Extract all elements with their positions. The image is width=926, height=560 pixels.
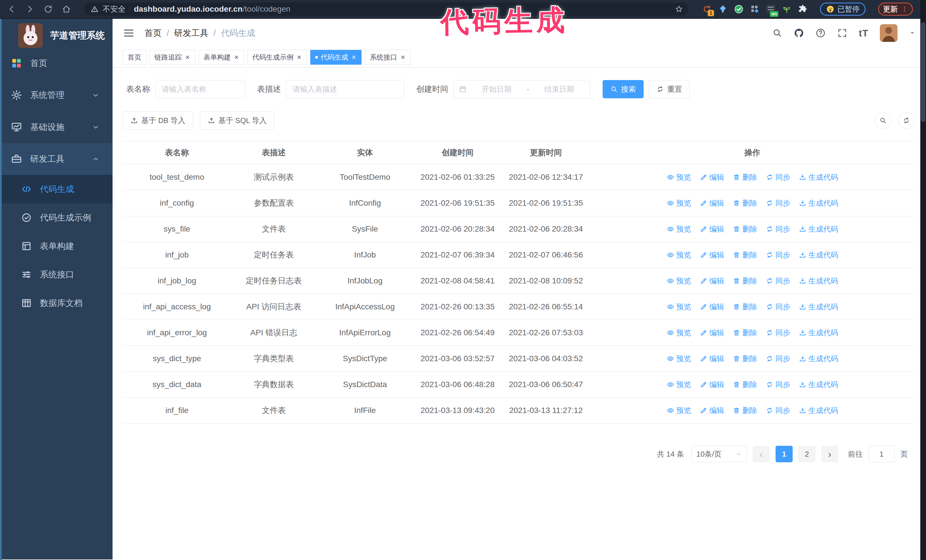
next-page-button[interactable]: ›: [821, 446, 838, 462]
delete-action[interactable]: 删除: [733, 224, 757, 234]
preview-action[interactable]: 预览: [667, 406, 691, 415]
generate-code-action[interactable]: 生成代码: [799, 276, 838, 286]
extension-gem-icon[interactable]: [717, 3, 729, 15]
extension-sprout-icon[interactable]: [781, 3, 793, 15]
scrollbar-thumb[interactable]: [921, 22, 925, 122]
edit-action[interactable]: 编辑: [700, 406, 724, 415]
avatar[interactable]: [880, 24, 897, 42]
delete-action[interactable]: 删除: [733, 302, 757, 312]
sync-action[interactable]: 同步: [766, 250, 790, 260]
chevron-down-icon[interactable]: [909, 30, 916, 36]
preview-action[interactable]: 预览: [667, 224, 691, 234]
sync-action[interactable]: 同步: [766, 172, 790, 182]
edit-action[interactable]: 编辑: [700, 224, 724, 234]
table-name-input[interactable]: [155, 80, 245, 98]
extension-check-icon[interactable]: [733, 3, 745, 15]
delete-action[interactable]: 删除: [733, 172, 757, 182]
sidebar-item-dev-tools[interactable]: 研发工具: [0, 143, 112, 175]
sync-action[interactable]: 同步: [766, 198, 790, 208]
edit-action[interactable]: 编辑: [700, 276, 724, 286]
kebab-menu-icon[interactable]: [901, 6, 908, 12]
forward-icon[interactable]: [25, 4, 35, 14]
page-1-button[interactable]: 1: [776, 446, 793, 462]
reset-button[interactable]: 重置: [649, 80, 690, 98]
edit-action[interactable]: 编辑: [700, 250, 724, 260]
edit-action[interactable]: 编辑: [700, 328, 724, 338]
edit-action[interactable]: 编辑: [700, 302, 724, 312]
import-db-button[interactable]: 基于 DB 导入: [123, 112, 193, 130]
search-button[interactable]: 搜索: [602, 80, 644, 98]
font-size-icon[interactable]: tT: [859, 28, 869, 39]
edit-action[interactable]: 编辑: [700, 380, 724, 389]
update-button[interactable]: 更新: [878, 3, 913, 16]
edit-action[interactable]: 编辑: [700, 354, 724, 364]
breadcrumb-item[interactable]: 首页: [144, 27, 162, 39]
security-warning-icon[interactable]: [91, 5, 98, 13]
tab-0[interactable]: 首页: [123, 50, 146, 65]
page-size-select[interactable]: 10条/页: [691, 446, 747, 462]
delete-action[interactable]: 删除: [733, 406, 757, 415]
preview-action[interactable]: 预览: [667, 172, 691, 182]
preview-action[interactable]: 预览: [667, 380, 691, 389]
paused-badge[interactable]: 已暂停: [820, 3, 865, 16]
sync-action[interactable]: 同步: [766, 224, 790, 234]
preview-action[interactable]: 预览: [667, 250, 691, 260]
import-sql-button[interactable]: 基于 SQL 导入: [200, 112, 275, 130]
delete-action[interactable]: 删除: [733, 250, 757, 260]
sync-action[interactable]: 同步: [766, 328, 790, 338]
delete-action[interactable]: 删除: [733, 380, 757, 389]
prev-page-button[interactable]: ‹: [753, 446, 770, 462]
generate-code-action[interactable]: 生成代码: [799, 198, 838, 208]
generate-code-action[interactable]: 生成代码: [799, 354, 838, 364]
extensions-puzzle-icon[interactable]: [797, 3, 809, 15]
back-icon[interactable]: [7, 4, 17, 14]
extension-circle-arrow-icon[interactable]: 1: [701, 3, 713, 15]
table-desc-input[interactable]: [286, 80, 404, 98]
tab-2[interactable]: 表单构建: [198, 50, 244, 65]
sync-action[interactable]: 同步: [766, 406, 790, 415]
sync-action[interactable]: 同步: [766, 276, 790, 286]
refresh-table-button[interactable]: [898, 112, 915, 129]
sidebar-subitem-db-doc[interactable]: 数据库文档: [0, 289, 112, 317]
sidebar-item-home[interactable]: 首页: [0, 47, 112, 79]
tab-5[interactable]: 系统接口: [365, 50, 410, 65]
page-2-button[interactable]: 2: [798, 446, 816, 462]
delete-action[interactable]: 删除: [733, 276, 757, 286]
tab-3[interactable]: 代码生成示例: [248, 50, 307, 65]
generate-code-action[interactable]: 生成代码: [799, 302, 838, 312]
sidebar-item-infrastructure[interactable]: 基础设施: [0, 111, 112, 143]
generate-code-action[interactable]: 生成代码: [799, 380, 838, 389]
sidebar-header[interactable]: 芋道管理系统: [0, 19, 112, 47]
address-bar[interactable]: 不安全 dashboard.yudao.iocoder.cn/tool/code…: [84, 3, 688, 16]
fullscreen-icon[interactable]: [837, 28, 847, 38]
delete-action[interactable]: 删除: [733, 328, 757, 338]
extension-grid-icon[interactable]: [749, 3, 761, 15]
tab-4[interactable]: 代码生成: [310, 50, 362, 65]
search-icon[interactable]: [772, 28, 782, 38]
extension-tabs-icon[interactable]: on: [765, 3, 777, 15]
preview-action[interactable]: 预览: [667, 276, 691, 286]
close-icon[interactable]: [296, 54, 302, 60]
generate-code-action[interactable]: 生成代码: [799, 250, 838, 260]
sync-action[interactable]: 同步: [766, 354, 790, 364]
goto-page-input[interactable]: [869, 446, 895, 462]
sync-action[interactable]: 同步: [766, 380, 790, 389]
sidebar-subitem-codegen[interactable]: 代码生成: [0, 175, 112, 203]
sidebar-subitem-form-builder[interactable]: 表单构建: [0, 232, 112, 260]
delete-action[interactable]: 删除: [733, 198, 757, 208]
github-icon[interactable]: [794, 28, 804, 38]
hamburger-icon[interactable]: [123, 27, 135, 39]
bookmark-star-icon[interactable]: [675, 5, 683, 14]
preview-action[interactable]: 预览: [667, 302, 691, 312]
close-icon[interactable]: [351, 54, 357, 60]
edit-action[interactable]: 编辑: [700, 172, 724, 182]
sync-action[interactable]: 同步: [766, 302, 790, 312]
generate-code-action[interactable]: 生成代码: [799, 406, 838, 415]
close-icon[interactable]: [185, 54, 190, 60]
delete-action[interactable]: 删除: [733, 354, 757, 364]
generate-code-action[interactable]: 生成代码: [799, 172, 838, 182]
sidebar-item-system[interactable]: 系统管理: [0, 79, 112, 111]
toggle-search-button[interactable]: [875, 112, 891, 129]
tab-1[interactable]: 链路追踪: [150, 50, 195, 65]
preview-action[interactable]: 预览: [667, 328, 691, 338]
